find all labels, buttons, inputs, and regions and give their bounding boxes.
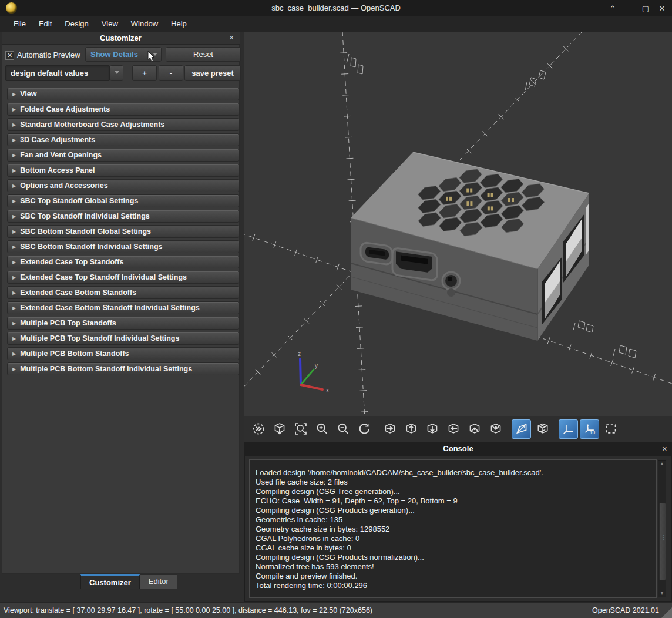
section-header[interactable]: ▶ SBC Bottom Standoff Individual Setting…: [7, 240, 240, 253]
console-line: CGAL cache size in bytes: 0: [256, 543, 656, 553]
console-line: ECHO: Case_Width = 91, Depth = 62, Top =…: [256, 496, 656, 506]
title-bar: sbc_case_builder.scad — OpenSCAD ⌃ – ▢ ✕: [0, 0, 672, 16]
svg-text:10: 10: [590, 430, 596, 435]
view-back-icon[interactable]: [486, 419, 505, 439]
viewport-toolbar: 10: [244, 416, 672, 442]
view-front-icon[interactable]: [465, 419, 484, 439]
zoom-all-icon[interactable]: [248, 419, 268, 439]
save-preset-button[interactable]: save preset: [184, 65, 241, 81]
section-label: SBC Bottom Standoff Global Settings: [20, 227, 151, 236]
console-line: Loaded design '/home/hominoid/CADCAM/sbc…: [256, 468, 656, 478]
chevron-down-icon: [115, 71, 119, 74]
show-scale-markers-icon[interactable]: 10: [580, 419, 599, 439]
customizer-title-text: Customizer: [100, 33, 142, 42]
reset-view-icon[interactable]: [354, 419, 374, 439]
orthogonal-icon[interactable]: [533, 419, 552, 439]
view-area-icon[interactable]: [601, 419, 620, 439]
section-header[interactable]: ▶ Multiple PCB Bottom Standoff Individua…: [7, 362, 240, 375]
expand-arrow-icon: ▶: [12, 199, 16, 204]
zoom-fit-icon[interactable]: [291, 419, 310, 439]
section-label: Extended Case Top Standoff Individual Se…: [20, 273, 187, 281]
section-label: Options and Accessories: [20, 182, 108, 190]
section-header[interactable]: ▶ Extended Case Bottom Standoff Individu…: [7, 301, 240, 314]
console-scrollbar[interactable]: ▲ ▼: [658, 460, 666, 597]
axis-label-z: z: [298, 351, 301, 357]
expand-arrow-icon: ▶: [12, 107, 16, 112]
section-header[interactable]: ▶ Fan and Vent Openings: [7, 149, 240, 162]
section-header[interactable]: ▶ SBC Bottom Standoff Global Settings: [7, 225, 240, 238]
zoom-in-icon[interactable]: [312, 419, 331, 439]
section-label: Multiple PCB Bottom Standoffs: [20, 350, 129, 358]
shade-icon[interactable]: ⌃: [607, 4, 618, 13]
section-header[interactable]: ▶ SBC Top Standoff Global Settings: [7, 194, 240, 207]
section-label: Multiple PCB Bottom Standoff Individual …: [20, 365, 192, 373]
expand-arrow-icon: ▶: [12, 305, 16, 311]
expand-arrow-icon: ▶: [12, 92, 16, 97]
menu-item[interactable]: Design: [58, 16, 95, 32]
status-bar: Viewport: translate = [ 37.00 29.97 16.4…: [0, 602, 672, 618]
section-header[interactable]: ▶ Options and Accessories: [7, 179, 240, 192]
maximize-icon[interactable]: ▢: [640, 4, 651, 13]
view-all-icon[interactable]: [270, 419, 289, 439]
section-header[interactable]: ▶ 3D Case Adjustments: [7, 133, 240, 146]
expand-arrow-icon: ▶: [12, 321, 16, 326]
viewport-status-text: Viewport: translate = [ 37.00 29.97 16.4…: [4, 603, 372, 618]
add-preset-button[interactable]: +: [132, 65, 157, 81]
preset-dropdown[interactable]: design default values: [5, 65, 110, 81]
menu-item[interactable]: Help: [164, 16, 193, 32]
remove-preset-button[interactable]: -: [159, 65, 183, 81]
show-axes-icon[interactable]: [559, 419, 578, 439]
minimize-icon[interactable]: –: [624, 4, 634, 13]
view-top-icon[interactable]: [401, 419, 421, 439]
menu-item[interactable]: Edit: [32, 16, 58, 32]
perspective-icon[interactable]: [512, 419, 531, 439]
console-line: Compile and preview finished.: [256, 572, 656, 581]
resize-grip[interactable]: [661, 607, 672, 618]
scrollbar-thumb[interactable]: [659, 503, 666, 580]
section-header[interactable]: ▶ Standard Motherboard Case Adjustments: [7, 118, 240, 131]
window-controls: ⌃ – ▢ ✕: [607, 0, 667, 16]
tab-editor[interactable]: Editor: [140, 574, 177, 589]
console-line: Geometries in cache: 135: [256, 515, 656, 525]
menu-item[interactable]: Window: [125, 16, 164, 32]
expand-arrow-icon: ▶: [12, 153, 16, 158]
console-log[interactable]: Loaded design '/home/hominoid/CADCAM/sbc…: [249, 459, 657, 598]
zoom-out-icon[interactable]: [333, 419, 352, 439]
customizer-panel-title: Customizer ✕: [2, 32, 240, 45]
view-right-icon[interactable]: [380, 419, 399, 439]
section-header[interactable]: ▶ SBC Top Standoff Individual Settings: [7, 210, 240, 223]
section-header[interactable]: ▶ Multiple PCB Top Standoffs: [7, 317, 240, 330]
preset-dropdown-arrow[interactable]: [110, 65, 123, 81]
close-icon[interactable]: ✕: [657, 4, 667, 13]
section-header[interactable]: ▶ Multiple PCB Top Standoff Individual S…: [7, 332, 240, 345]
menu-item[interactable]: View: [95, 16, 125, 32]
axes-indicator: z y x: [298, 351, 329, 394]
section-header[interactable]: ▶ Extended Case Top Standoff Individual …: [7, 271, 240, 284]
section-header[interactable]: ▶ Bottom Access Panel: [7, 164, 240, 177]
section-header[interactable]: ▶ Folded Case Adjustments: [7, 103, 240, 116]
console-close-icon[interactable]: ✕: [662, 442, 667, 456]
section-header[interactable]: ▶ Multiple PCB Bottom Standoffs: [7, 347, 240, 360]
view-left-icon[interactable]: [443, 419, 463, 439]
section-header[interactable]: ▶ View: [7, 88, 240, 100]
section-label: SBC Bottom Standoff Individual Settings: [20, 243, 162, 251]
menu-item[interactable]: File: [7, 16, 32, 32]
automatic-preview-checkbox[interactable]: ✕: [5, 51, 14, 60]
scroll-up-icon[interactable]: ▲: [658, 461, 666, 468]
case-model: [351, 152, 589, 341]
expand-arrow-icon: ▶: [12, 260, 16, 265]
section-label: Fan and Vent Openings: [20, 151, 102, 159]
mouse-cursor: [147, 51, 156, 63]
section-header[interactable]: ▶ Extended Case Bottom Standoffs: [7, 286, 240, 299]
tab-customizer[interactable]: Customizer: [80, 574, 140, 589]
scroll-down-icon[interactable]: ▼: [658, 590, 666, 597]
section-label: Multiple PCB Top Standoffs: [20, 319, 116, 327]
panel-close-icon[interactable]: ✕: [227, 32, 236, 44]
section-header[interactable]: ▶ Extended Case Top Standoffs: [7, 256, 240, 268]
3d-viewport[interactable]: z y x: [244, 32, 672, 416]
view-bottom-icon[interactable]: [422, 419, 442, 439]
expand-arrow-icon: ▶: [12, 351, 16, 357]
automatic-preview-label: Automatic Preview: [17, 51, 80, 59]
reset-button[interactable]: Reset: [166, 47, 241, 62]
scale-label-z: [347, 54, 363, 74]
